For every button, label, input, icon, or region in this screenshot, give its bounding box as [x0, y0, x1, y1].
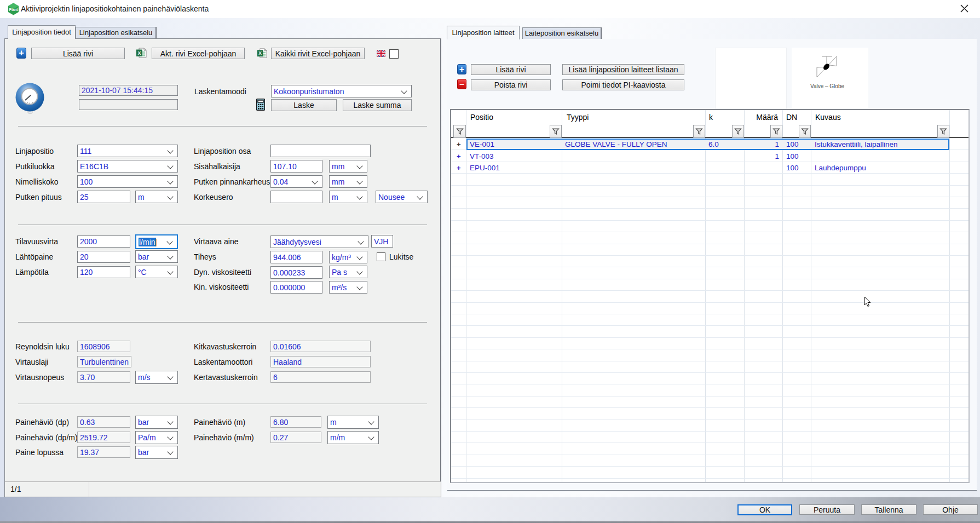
- svg-text:Plant: Plant: [9, 8, 19, 12]
- svg-text:X: X: [258, 50, 262, 56]
- svg-text:X: X: [137, 50, 141, 56]
- svg-text:Valve – Globe: Valve – Globe: [810, 83, 845, 89]
